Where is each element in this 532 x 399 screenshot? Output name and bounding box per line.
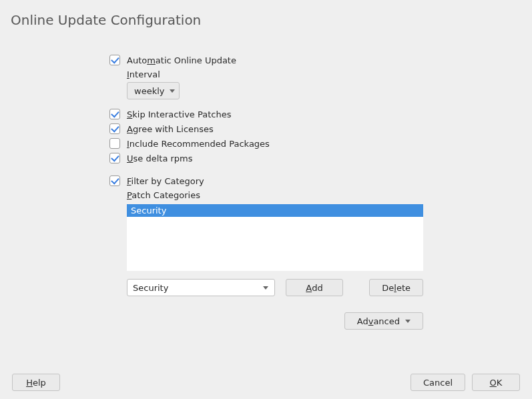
chevron-down-icon bbox=[405, 320, 411, 323]
add-button[interactable]: Add bbox=[286, 279, 343, 296]
agree-licenses-label: Agree with Licenses bbox=[127, 124, 214, 134]
filter-category-label: Filter by Category bbox=[127, 176, 204, 186]
chevron-down-icon bbox=[263, 286, 268, 290]
cancel-button[interactable]: Cancel bbox=[411, 374, 465, 391]
interval-value: weekly bbox=[134, 86, 164, 96]
advanced-button[interactable]: Advanced bbox=[344, 312, 423, 330]
agree-licenses-checkbox[interactable] bbox=[109, 123, 120, 134]
filter-category-checkbox[interactable] bbox=[109, 175, 120, 186]
patch-categories-label: Patch Categories bbox=[127, 190, 200, 200]
list-item[interactable]: Security bbox=[127, 204, 423, 217]
category-select[interactable]: Security bbox=[127, 279, 275, 296]
help-button[interactable]: Help bbox=[12, 374, 60, 391]
include-recommended-label: Include Recommended Packages bbox=[127, 139, 270, 149]
automatic-update-label: Automatic Online Update bbox=[127, 55, 236, 65]
chevron-down-icon bbox=[170, 89, 175, 93]
category-select-value: Security bbox=[133, 283, 168, 293]
use-delta-rpms-checkbox[interactable] bbox=[109, 153, 120, 163]
interval-label: Interval bbox=[127, 69, 160, 79]
page-title: Online Update Configuration bbox=[11, 12, 201, 28]
ok-button[interactable]: OK bbox=[472, 374, 520, 391]
delete-button[interactable]: Delete bbox=[369, 279, 423, 296]
skip-interactive-label: Skip Interactive Patches bbox=[127, 109, 231, 119]
theme-toggle-icon[interactable] bbox=[509, 13, 523, 27]
patch-categories-listbox[interactable]: Security bbox=[127, 204, 423, 271]
include-recommended-checkbox[interactable] bbox=[109, 138, 120, 149]
use-delta-rpms-label: Use delta rpms bbox=[127, 153, 193, 163]
automatic-update-checkbox[interactable] bbox=[109, 55, 120, 65]
skip-interactive-checkbox[interactable] bbox=[109, 109, 120, 119]
interval-select[interactable]: weekly bbox=[127, 82, 180, 99]
